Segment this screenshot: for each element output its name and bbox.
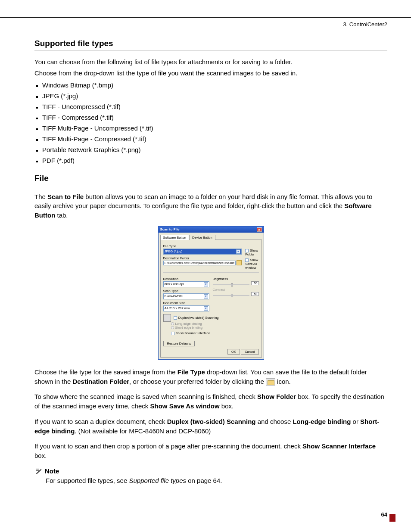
brightness-slider[interactable] [213,284,249,285]
duplex-checkbox[interactable]: Duplex(two-sided) Scanning [174,316,219,320]
file-paragraph-2: Choose the file type for the saved image… [34,367,387,386]
page-content: Supported file types You can choose from… [0,39,411,485]
destination-folder-input[interactable]: C:\Documents and Settings\Administrator\… [163,261,236,265]
contrast-label: Contrast [213,288,259,292]
file-type-list: Windows Bitmap (*.bmp) JPEG (*.jpg) TIFF… [34,81,387,164]
dialog-title: Scan to File [160,227,180,231]
file-paragraph-5: If you want to scan and then crop a port… [34,442,387,460]
brightness-value: 50 [251,281,259,285]
list-item: TIFF Multi-Page - Uncompressed (*.tif) [42,124,387,132]
file-paragraph-1: The Scan to File button allows you to sc… [34,192,387,220]
brightness-label: Brightness [213,277,259,281]
file-paragraph-4: If you want to scan a duplex document, c… [34,417,387,436]
show-folder-checkbox[interactable]: Show Folder [245,249,258,256]
restore-defaults-button[interactable]: Restore Defaults [163,341,195,346]
list-item: JPEG (*.jpg) [42,92,387,100]
heading-rule [34,185,387,185]
browse-folder-icon [266,378,275,386]
ok-button[interactable]: OK [227,349,240,355]
resolution-select[interactable]: 600 x 600 dpi▾ [163,281,209,287]
heading-file: File [34,174,387,183]
note-label: Note [45,467,59,475]
contrast-slider[interactable] [213,295,249,296]
show-save-as-checkbox[interactable]: Show Save As window [245,258,258,270]
scan-type-label: Scan Type [163,289,209,293]
page-footer: 64 [0,511,411,522]
dialog-titlebar: Scan to File × [159,227,264,233]
chevron-down-icon: ▾ [204,294,208,299]
scan-to-file-dialog: Scan to File × Software ButtonDevice But… [158,226,264,360]
heading-supported-file-types: Supported file types [34,39,387,48]
file-paragraph-3: To show where the scanned image is saved… [34,392,387,411]
intro-paragraph-1: You can choose from the following list o… [34,57,387,67]
scan-type-select[interactable]: Black&White▾ [163,293,209,299]
browse-folder-icon[interactable] [237,260,242,265]
note-rule [62,471,387,471]
note-pencil-icon [34,467,42,475]
list-item: PDF (*.pdf) [42,157,387,164]
destination-folder-label: Destination Folder [163,256,242,260]
dialog-body: File Type JPEG (*.jpg)▾ Destination Fold… [160,240,262,358]
document-size-label: Document Size [163,301,209,305]
page-top-rule [0,17,411,18]
show-scanner-interface-checkbox[interactable]: Show Scanner Interface [171,331,259,335]
heading-rule [34,50,387,50]
list-item: TIFF Multi-Page - Compressed (*.tif) [42,135,387,143]
chevron-down-icon: ▾ [204,306,208,311]
page-number: 64 [381,511,387,518]
note-text: For supported file types, see Supported … [34,476,387,485]
close-icon[interactable]: × [257,227,262,232]
list-item: Windows Bitmap (*.bmp) [42,81,387,89]
divider [163,272,259,273]
tab-device-button[interactable]: Device Button [189,235,215,240]
file-type-select[interactable]: JPEG (*.jpg)▾ [163,249,242,255]
long-edge-radio[interactable]: Long-edge binding [171,322,259,326]
short-edge-radio[interactable]: Short-edge binding [171,326,259,330]
breadcrumb: 3. ControlCenter2 [0,21,411,28]
list-item: TIFF - Compressed (*.tif) [42,114,387,121]
intro-paragraph-2: Choose from the drop-down list the type … [34,68,387,78]
note-header: Note [34,467,387,475]
contrast-value: 50 [251,292,259,296]
file-type-label: File Type [163,244,242,248]
list-item: TIFF - Uncompressed (*.tif) [42,103,387,110]
cancel-button[interactable]: Cancel [241,349,258,355]
chevron-down-icon: ▾ [204,282,208,286]
dialog-figure: Scan to File × Software ButtonDevice But… [34,226,387,360]
chevron-down-icon: ▾ [236,249,240,254]
tab-software-button[interactable]: Software Button [160,235,189,240]
resolution-label: Resolution [163,277,209,281]
section-tab-marker [389,514,395,522]
duplex-icon [163,314,171,322]
list-item: Portable Network Graphics (*.png) [42,146,387,153]
divider [163,338,259,338]
document-size-select[interactable]: A4 210 x 297 mm▾ [163,305,209,311]
dialog-tabs: Software ButtonDevice Button [159,233,264,240]
